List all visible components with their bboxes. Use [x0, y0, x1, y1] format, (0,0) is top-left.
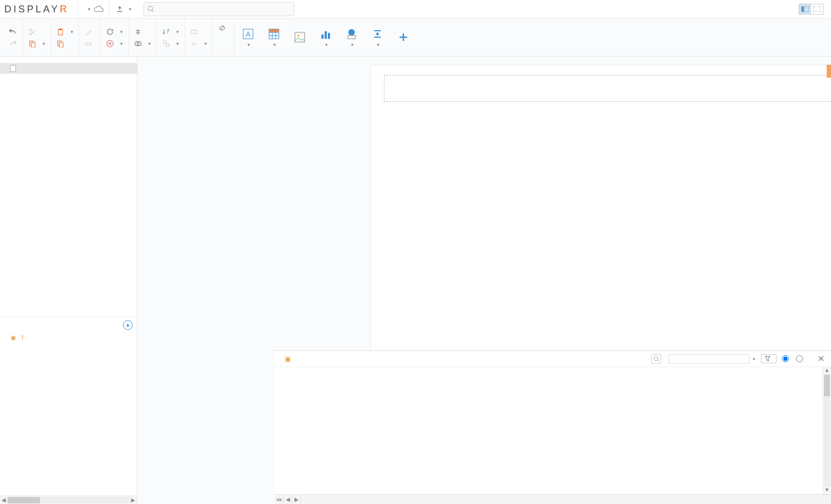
- textbox-icon: A: [242, 28, 254, 40]
- delete-icon: [106, 40, 114, 47]
- sort-icon: [162, 28, 170, 36]
- svg-rect-11: [59, 43, 63, 47]
- rename-link-group: ▾: [185, 19, 213, 56]
- combine-icon: [134, 40, 142, 47]
- brush-icon: [85, 28, 92, 36]
- add-dataset-button[interactable]: +: [123, 320, 133, 330]
- dataset-file[interactable]: ▣ !: [0, 333, 137, 342]
- values-radio[interactable]: [796, 355, 805, 362]
- copy-button[interactable]: ▾: [26, 39, 47, 49]
- view-mode-panel[interactable]: [799, 4, 811, 14]
- chart-icon: [320, 28, 332, 40]
- plus-icon: [397, 31, 409, 43]
- filter-input[interactable]: [669, 354, 750, 364]
- duplicate-button[interactable]: [54, 39, 75, 49]
- insert-group: A▾ ▾ ▾ ▾ ▾: [235, 19, 417, 56]
- close-data-editor-button[interactable]: ✕: [815, 354, 827, 364]
- calculation-icon: [372, 28, 383, 40]
- span-icon: [85, 40, 92, 47]
- warning-icon: !: [19, 334, 26, 341]
- tab-next[interactable]: ▶: [292, 495, 301, 504]
- view-toggle[interactable]: [799, 4, 823, 15]
- hide-button[interactable]: [216, 23, 231, 33]
- calculation-button[interactable]: ▾: [367, 26, 388, 50]
- link-icon: [190, 40, 198, 47]
- svg-rect-1: [801, 6, 803, 12]
- hide-icon: [218, 24, 226, 32]
- pages-header: [0, 57, 137, 63]
- svg-rect-29: [348, 36, 355, 39]
- split-icon: [134, 28, 142, 36]
- data-grid[interactable]: [275, 367, 831, 494]
- search-data-button[interactable]: [651, 354, 661, 364]
- pages-list: [0, 63, 137, 316]
- folder-icon: ▣: [285, 355, 291, 363]
- textbox-button[interactable]: A▾: [238, 26, 258, 50]
- publish-button[interactable]: ▾: [109, 0, 138, 18]
- page-icon: [10, 65, 16, 72]
- redo-button[interactable]: [6, 39, 19, 49]
- document-name-dropdown[interactable]: ▾: [78, 0, 109, 18]
- reset-icon: [106, 28, 114, 36]
- svg-rect-17: [166, 44, 169, 46]
- search-icon: [147, 5, 154, 12]
- canvas-area: ▣ ▾ ✕: [138, 57, 831, 504]
- labels-radio[interactable]: [782, 355, 791, 362]
- rename-icon: [190, 28, 198, 36]
- cloud-icon: [94, 5, 104, 13]
- combine-button[interactable]: ▾: [132, 39, 153, 49]
- rename-button[interactable]: [188, 27, 209, 37]
- shape-button[interactable]: ▾: [341, 26, 362, 50]
- search-menus[interactable]: [143, 2, 294, 16]
- split-button[interactable]: [132, 27, 153, 37]
- table-icon: [268, 28, 280, 40]
- scissors-icon: [29, 28, 36, 36]
- svg-point-5: [29, 29, 31, 31]
- create-span-button[interactable]: [83, 39, 97, 49]
- undo-group: [3, 19, 23, 56]
- arrange-button[interactable]: ▾: [160, 39, 181, 49]
- reset-delete-group: ▾ ▾: [101, 19, 129, 56]
- main-area: + ▣ ! ◀▶ ▣: [0, 57, 831, 504]
- caret-down-icon: ▾: [753, 356, 756, 362]
- sort-button[interactable]: ▾: [160, 27, 181, 37]
- redo-icon: [9, 40, 17, 47]
- reset-button[interactable]: ▾: [104, 27, 125, 37]
- undo-icon: [9, 28, 17, 36]
- link-button[interactable]: ▾: [188, 39, 209, 49]
- visualization-button[interactable]: ▾: [315, 26, 336, 50]
- datasets-tree: ▣ !: [0, 333, 137, 495]
- duplicate-icon: [57, 40, 64, 47]
- left-panel-hscroll[interactable]: ◀▶: [0, 495, 137, 504]
- view-mode-full[interactable]: [811, 4, 823, 14]
- svg-rect-30: [10, 65, 16, 72]
- image-button[interactable]: [290, 29, 310, 46]
- anything-button[interactable]: [393, 29, 414, 46]
- page-item[interactable]: [0, 63, 137, 74]
- table-button[interactable]: ▾: [264, 26, 284, 50]
- paste-button[interactable]: ▾: [54, 27, 75, 37]
- svg-rect-3: [813, 6, 821, 12]
- data-editor-file[interactable]: ▣: [285, 355, 293, 363]
- svg-rect-26: [325, 31, 327, 39]
- filter-control[interactable]: ▾: [667, 354, 756, 364]
- title-placeholder[interactable]: [384, 75, 831, 102]
- tab-prev[interactable]: ◀: [284, 495, 292, 504]
- svg-rect-27: [328, 33, 330, 39]
- search-input[interactable]: [143, 2, 294, 16]
- svg-rect-7: [31, 43, 35, 47]
- slide[interactable]: [370, 65, 831, 353]
- hide-group: [213, 19, 235, 56]
- arrange-icon: [162, 40, 170, 47]
- delete-button[interactable]: ▾: [104, 39, 125, 49]
- format-painter-button[interactable]: [83, 27, 97, 37]
- svg-rect-16: [163, 41, 166, 44]
- undo-button[interactable]: [6, 27, 19, 37]
- caret-down-icon: ▾: [88, 6, 91, 12]
- right-panel-collapsed-handle[interactable]: [827, 65, 831, 78]
- data-editor-vscroll[interactable]: ▲▼: [822, 367, 831, 494]
- tab-first[interactable]: ⏮: [275, 495, 284, 504]
- svg-rect-12: [86, 43, 91, 45]
- cut-button[interactable]: [26, 27, 47, 37]
- new-variable-button[interactable]: [761, 354, 777, 363]
